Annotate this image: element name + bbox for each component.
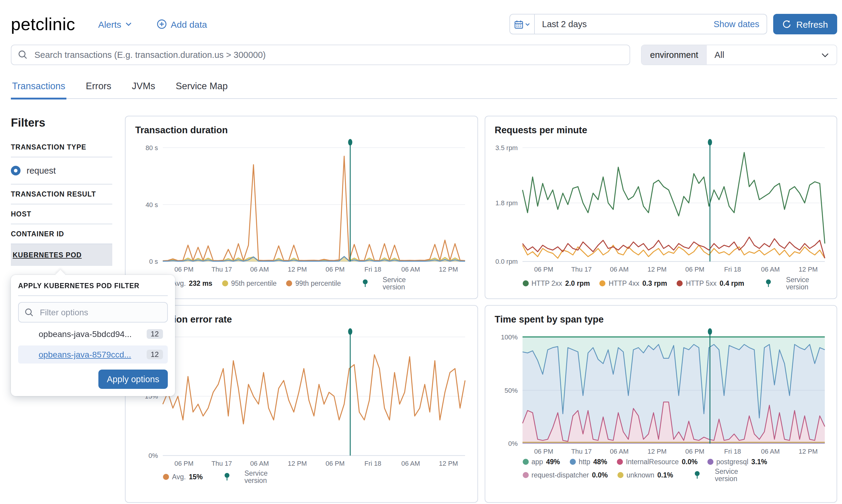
chart-title: Time spent by span type <box>495 314 827 325</box>
search-icon <box>18 50 28 60</box>
date-quick-select-button[interactable] <box>510 14 535 34</box>
x-axis-label: 06 AM <box>401 266 420 273</box>
avg-error-rate-line <box>163 355 465 424</box>
legend-value: 0.3 rpm <box>642 280 667 287</box>
x-axis-label: 06 PM <box>326 460 345 467</box>
alerts-menu[interactable]: Alerts <box>98 19 132 29</box>
legend-item[interactable]: Service version <box>754 276 810 290</box>
x-axis-label: 12 PM <box>439 460 458 467</box>
tab-jvms[interactable]: JVMs <box>131 81 157 100</box>
legend-label: Service version <box>715 468 739 482</box>
x-axis-label: 12 PM <box>288 460 307 467</box>
chart-legend: Avg.232 ms95th percentile99th percentile… <box>163 276 467 290</box>
x-axis-label: 06 AM <box>761 266 779 273</box>
legend-label: HTTP 5xx <box>686 280 717 287</box>
filter-section-transaction-result[interactable]: TRANSACTION RESULT <box>11 184 112 204</box>
filter-section-kubernetes-pod[interactable]: KUBERNETES POD <box>11 244 112 266</box>
environment-filter: environment All <box>641 44 837 65</box>
y-axis-label: 3.5 rpm <box>495 144 517 151</box>
apply-options-button[interactable]: Apply options <box>98 370 168 389</box>
legend-dot <box>617 458 623 465</box>
search-input[interactable] <box>33 50 623 60</box>
tab-bar: Transactions Errors JVMs Service Map <box>11 81 837 99</box>
legend-item[interactable]: http48% <box>569 458 607 465</box>
x-axis-label: Thu 17 <box>211 460 232 467</box>
transaction-duration-card: Transaction duration 80 s40 s0 s06 PMThu… <box>125 116 478 299</box>
legend-item[interactable]: Service version <box>683 468 739 482</box>
filter-section-transaction-type[interactable]: TRANSACTION TYPE <box>11 138 112 157</box>
popup-title: APPLY KUBERNETES POD FILTER <box>18 282 168 296</box>
x-axis-label: Fri 18 <box>724 266 741 273</box>
tab-service-map[interactable]: Service Map <box>174 81 229 100</box>
search-row: environment All <box>11 44 837 65</box>
legend-value: 232 ms <box>189 280 212 287</box>
y-axis-label: 0 s <box>149 258 158 265</box>
filter-options-input[interactable] <box>39 307 161 318</box>
x-axis-label: 06 AM <box>250 460 269 467</box>
legend-item[interactable]: HTTP 2xx2.0 rpm <box>522 280 590 287</box>
pod-option-count-badge: 12 <box>147 329 163 339</box>
date-range-input[interactable]: Last 2 days Show dates <box>535 14 767 34</box>
legend-value: 3.1% <box>752 458 767 465</box>
legend-item[interactable]: 95th percentile <box>222 280 277 287</box>
transaction-error-rate-chart: 30%15%0%06 PMThu 1706 AM12 PM06 PMFri 18… <box>135 327 467 470</box>
show-dates-link[interactable]: Show dates <box>714 19 759 29</box>
legend-item[interactable]: Service version <box>212 470 269 484</box>
legend-item[interactable]: InternalResource0.0% <box>617 458 698 465</box>
x-axis-label: 12 PM <box>798 266 817 273</box>
legend-label: http <box>579 458 590 465</box>
pod-option-count-badge: 12 <box>147 350 163 359</box>
y-axis-label: 40 s <box>145 201 158 209</box>
x-axis-label: Fri 18 <box>364 460 381 467</box>
legend-item[interactable]: unknown0.1% <box>617 471 673 479</box>
legend-item[interactable]: HTTP 5xx0.4 rpm <box>676 280 744 287</box>
add-data-button[interactable]: Add data <box>157 19 207 29</box>
x-axis-label: 06 PM <box>174 266 193 273</box>
y-axis-label: 0% <box>508 440 518 447</box>
x-axis-label: 12 PM <box>798 448 817 455</box>
service-version-annotation-marker[interactable] <box>348 139 352 146</box>
pod-option-selected[interactable]: opbeans-java-8579ccd... 12 <box>18 345 168 363</box>
refresh-icon <box>782 20 791 29</box>
legend-label: Service version <box>244 470 269 484</box>
pod-option[interactable]: opbeans-java-5bdcd94... 12 <box>18 325 168 343</box>
chevron-down-icon <box>125 22 132 26</box>
legend-value: 0.0% <box>592 471 608 479</box>
tab-errors[interactable]: Errors <box>85 81 112 100</box>
radio-selected-icon[interactable] <box>11 166 20 176</box>
transaction-type-option-request[interactable]: request <box>11 157 112 184</box>
x-axis-label: 06 AM <box>250 266 269 273</box>
x-axis-label: 12 PM <box>647 266 666 273</box>
chart-title: Requests per minute <box>495 125 827 136</box>
legend-dot <box>287 280 292 286</box>
legend-item[interactable]: Service version <box>350 276 407 290</box>
popup-filter-search <box>18 302 168 323</box>
service-version-annotation-marker[interactable] <box>348 328 352 335</box>
legend-item[interactable]: app49% <box>522 458 560 465</box>
http-4xx-line <box>522 245 825 258</box>
legend-item[interactable]: Avg.15% <box>163 473 203 481</box>
legend-item[interactable]: HTTP 4xx0.3 rpm <box>600 280 667 287</box>
tab-transactions[interactable]: Transactions <box>11 81 66 100</box>
time-spent-by-span-type-chart: 100%50%0%06 PMThu 1706 AM12 PM06 PMFri 1… <box>495 327 827 458</box>
filter-section-container-id[interactable]: CONTAINER ID <box>11 224 112 244</box>
refresh-button[interactable]: Refresh <box>773 14 837 34</box>
legend-dot <box>676 280 683 286</box>
legend-dot <box>522 458 529 465</box>
add-data-label: Add data <box>171 19 207 29</box>
x-axis-label: Fri 18 <box>724 448 741 455</box>
legend-item[interactable]: postgresql3.1% <box>707 458 767 465</box>
x-axis-label: 06 PM <box>174 460 193 467</box>
service-version-annotation-marker[interactable] <box>707 139 711 146</box>
x-axis-label: 12 PM <box>647 448 666 455</box>
environment-select[interactable]: All <box>707 45 837 65</box>
x-axis-label: 06 AM <box>609 448 628 455</box>
x-axis-label: 06 AM <box>609 266 628 273</box>
filter-section-host[interactable]: HOST <box>11 204 112 224</box>
x-axis-label: 06 AM <box>761 448 779 455</box>
service-version-annotation-marker[interactable] <box>707 328 711 335</box>
http-2xx-line <box>522 152 825 244</box>
legend-item[interactable]: 99th percentile <box>287 280 341 287</box>
legend-item[interactable]: request-dispatcher0.0% <box>522 471 608 479</box>
legend-label: 95th percentile <box>231 280 277 287</box>
